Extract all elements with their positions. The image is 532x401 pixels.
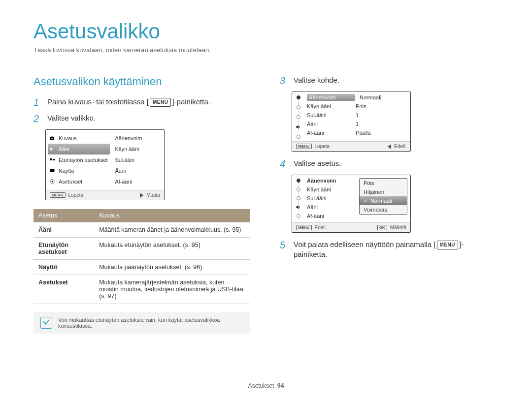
submenu-item[interactable]: Sul.ääni xyxy=(114,154,164,165)
step-number: 5 xyxy=(280,240,289,251)
kv-value: 1 xyxy=(356,121,359,127)
step-1-post: ]-painiketta. xyxy=(172,97,210,106)
kv-row[interactable]: Käyn.ääni :Pois xyxy=(307,102,407,111)
table-cell-key: Näyttö xyxy=(33,260,94,275)
right-column: 3 Valitse kohde. xyxy=(280,68,497,334)
table-row: Ääni Määritä kameran äänet ja äänenvoima… xyxy=(33,222,250,238)
option-pois[interactable]: Pois xyxy=(360,179,407,187)
menu-item-aani[interactable]: Ääni xyxy=(48,144,110,154)
camera-screen-select-setting: Äänenvoim Käyn.ääni Sul.ääni Ääni Af-ään… xyxy=(292,175,411,233)
table-cell-value: Mukauta etunäytön asetukset. (s. 95) xyxy=(94,238,250,260)
chevron-left-icon xyxy=(388,144,391,149)
step-5: 5 Voit palata edelliseen näyttöön painam… xyxy=(280,240,497,260)
table-row: Etunäytön asetukset Mukauta etunäytön as… xyxy=(33,238,250,260)
step-4: 4 Valitse asetus. xyxy=(280,158,497,170)
camera-menu-rail xyxy=(292,175,305,222)
kv-row[interactable]: Sul.ääni :1 xyxy=(307,111,407,120)
menu-item-label: Ääni xyxy=(59,146,69,152)
ok-badge-icon: OK xyxy=(377,225,387,230)
step-4-text: Valitse asetus. xyxy=(294,158,341,168)
table-cell-key: Asetukset xyxy=(33,275,94,304)
camera-icon xyxy=(49,136,56,141)
svg-rect-1 xyxy=(50,158,52,160)
rail-node xyxy=(297,196,300,200)
submenu-item[interactable]: Äänenvoim xyxy=(114,133,164,144)
options-popup: Pois Hiljainen Normaali Voimakas xyxy=(359,178,407,215)
menu-item-etunaytto[interactable]: Etunäytön asetukset xyxy=(46,154,112,165)
menu-badge: MENU xyxy=(150,98,171,107)
camera-screen-select-menu: Kuvaus Ääni Etunäytön aset xyxy=(45,129,165,200)
kv-label: Ääni xyxy=(307,121,351,127)
kv-value: 1 xyxy=(356,112,359,118)
table-cell-value: Määritä kameran äänet ja äänenvoimakkuus… xyxy=(94,222,250,238)
section-title: Asetusvalikon käyttäminen xyxy=(33,75,250,88)
step-2-text: Valitse valikko. xyxy=(47,113,96,123)
step-number: 4 xyxy=(280,158,289,170)
rail-node xyxy=(297,115,300,119)
kv-row[interactable]: Af-ääni :Päällä xyxy=(307,128,407,137)
menu-badge-icon: MENU xyxy=(296,225,312,230)
table-row: Asetukset Mukauta kamerajärjestelmän ase… xyxy=(33,275,250,304)
step-1-text: Paina kuvaus- tai toistotilassa [MENU]-p… xyxy=(47,97,210,107)
menu-badge-icon: MENU xyxy=(296,144,312,149)
page-number: 94 xyxy=(277,382,284,389)
speaker-icon xyxy=(49,147,56,152)
page: Asetusvalikko Tässä luvussa kuvataan, mi… xyxy=(0,0,532,401)
option-hiljainen[interactable]: Hiljainen xyxy=(360,187,407,196)
step-5-pre: Voit palata edelliseen näyttöön painamal… xyxy=(294,240,436,248)
menu-item-label: Etunäytön asetukset xyxy=(59,157,108,163)
display-icon xyxy=(49,168,56,173)
settings-description-table: Asetus Kuvaus Ääni Määritä kameran äänet… xyxy=(33,209,250,304)
menu-item-kuvaus[interactable]: Kuvaus xyxy=(46,133,112,144)
step-5-text: Voit palata edelliseen näyttöön painamal… xyxy=(294,240,497,260)
step-number: 1 xyxy=(33,97,42,108)
svg-point-0 xyxy=(52,138,53,139)
svg-point-4 xyxy=(52,181,53,183)
rail-node xyxy=(297,105,300,109)
menu-item-label: Kuvaus xyxy=(59,135,77,141)
menu-item-asetukset[interactable]: Asetukset xyxy=(46,176,112,187)
svg-rect-2 xyxy=(53,159,55,160)
camera-menu-right: Äänenvoim Käyn.ääni Sul.ääni Ääni Af-ään… xyxy=(112,130,164,190)
submenu-item[interactable]: Ääni xyxy=(114,165,164,176)
camera-kv-list: Äänenvoim :Normaali Käyn.ääni :Pois Sul.… xyxy=(305,92,410,141)
step-2: 2 Valitse valikko. xyxy=(33,113,250,124)
menu-item-label: Näyttö xyxy=(59,168,74,174)
footer-left-label: Lopeta xyxy=(315,144,330,149)
front-display-icon xyxy=(49,157,56,162)
kv-label: Sul.ääni xyxy=(307,112,351,118)
rail-node xyxy=(297,135,300,139)
option-voimakas[interactable]: Voimakas xyxy=(360,205,407,214)
footer-right-label: Muuta xyxy=(146,192,160,198)
step-number: 3 xyxy=(280,75,289,87)
table-cell-key: Etunäytön asetukset xyxy=(33,238,94,260)
step-3-text: Valitse kohde. xyxy=(294,75,339,85)
kv-row[interactable]: Äänenvoim :Normaali xyxy=(307,93,407,102)
table-row: Näyttö Mukauta päänäytön asetukset. (s. … xyxy=(33,260,250,275)
footer-left-label: Lopeta xyxy=(68,192,84,198)
svg-rect-3 xyxy=(50,169,55,172)
camera-screen-footer: MENU Lopeta Muuta xyxy=(46,190,164,200)
submenu-item[interactable]: Käyn.ääni xyxy=(114,144,164,154)
option-normaali[interactable]: Normaali xyxy=(360,196,407,205)
submenu-item[interactable]: Af-ääni xyxy=(114,176,164,187)
kv-row[interactable]: Ääni :1 xyxy=(307,120,407,128)
kv-value: Pois xyxy=(356,103,366,109)
footer-left-label: Edell. xyxy=(315,225,327,230)
kv-value: Päällä xyxy=(356,130,371,136)
camera-menu-rail xyxy=(292,92,305,141)
menu-badge: MENU xyxy=(437,241,458,249)
page-footer: Asetukset 94 xyxy=(0,382,532,389)
speaker-icon xyxy=(295,205,302,210)
camera-screen-footer: MENU Lopeta Edell. xyxy=(292,141,410,151)
kv-label: Af-ääni xyxy=(307,130,351,136)
step-3: 3 Valitse kohde. xyxy=(280,75,497,87)
gear-icon xyxy=(49,179,56,184)
footer-right-label: Määritä xyxy=(390,225,406,230)
table-cell-key: Ääni xyxy=(33,222,94,238)
table-cell-value: Mukauta päänäytön asetukset. (s. 96) xyxy=(94,260,250,275)
menu-item-naytto[interactable]: Näyttö xyxy=(46,165,112,176)
table-header-kuvaus: Kuvaus xyxy=(94,209,250,222)
content-columns: Asetusvalikon käyttäminen 1 Paina kuvaus… xyxy=(33,68,499,334)
speaker-icon xyxy=(295,124,302,129)
